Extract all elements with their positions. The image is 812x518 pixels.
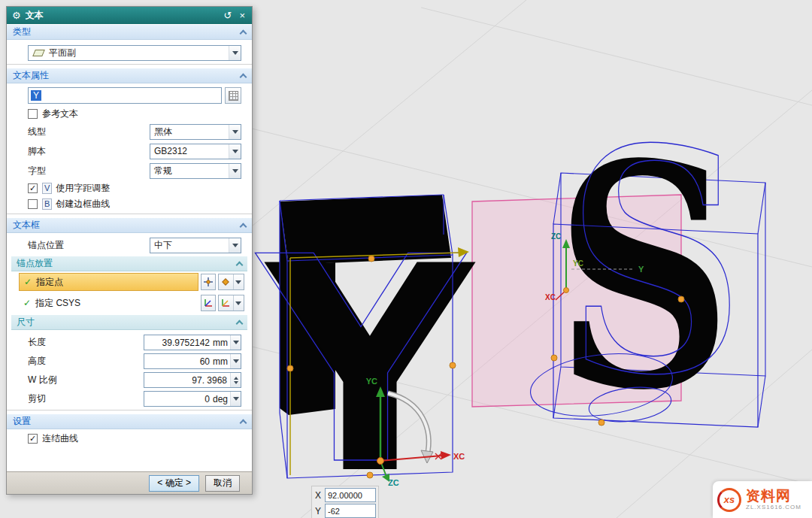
fontstyle-select-arrow[interactable]	[229, 164, 241, 178]
height-value: 60	[147, 356, 213, 367]
point-constructor-button[interactable]	[218, 274, 244, 290]
section-settings-label: 设置	[13, 415, 31, 428]
border-curves-row[interactable]: B 创建边框曲线	[7, 196, 252, 212]
close-icon[interactable]: ×	[238, 11, 247, 20]
shear-field[interactable]: 0 deg	[144, 391, 241, 407]
anchor-location-select[interactable]: 中下	[150, 238, 241, 253]
section-text-props-header[interactable]: 文本属性	[7, 68, 252, 83]
anchor-placement-header[interactable]: 锚点放置	[11, 256, 247, 271]
reference-text-checkbox[interactable]	[28, 109, 38, 119]
shear-unit-arrow[interactable]	[230, 392, 241, 406]
chevron-down-icon	[232, 130, 238, 134]
s-zc-label: ZC	[551, 232, 561, 241]
coord-y-input[interactable]: -62	[325, 504, 376, 518]
fontstyle-select[interactable]: 常规	[150, 163, 241, 179]
ok-button[interactable]: < 确定 >	[149, 475, 199, 492]
anchor-location-arrow[interactable]	[229, 238, 241, 253]
wratio-field[interactable]: 97. 3968	[144, 372, 241, 388]
spinner-down-icon	[234, 381, 238, 384]
wratio-spinner[interactable]	[230, 373, 241, 387]
specify-point-label: 指定点	[36, 276, 63, 289]
chevron-down-icon	[232, 51, 238, 55]
type-row: 平面副	[7, 43, 252, 62]
height-unit-arrow[interactable]	[230, 354, 241, 368]
type-select-arrow[interactable]	[229, 46, 241, 60]
wcs-zc-label: ZC	[388, 478, 399, 487]
join-curves-label: 连结曲线	[42, 432, 78, 445]
text-editor-button[interactable]	[225, 87, 241, 104]
height-unit: mm	[213, 356, 230, 367]
script-row: 脚本 GB2312	[7, 141, 252, 161]
join-curves-checkbox[interactable]: ✓	[28, 434, 38, 444]
length-unit: mm	[213, 338, 230, 348]
application-window: S S	[0, 0, 812, 518]
text-value-input[interactable]: Y	[28, 87, 222, 104]
text-dialog: ⚙ 文本 ↺ × 类型 平面副 文本属性	[6, 6, 253, 495]
height-field[interactable]: 60 mm	[144, 353, 241, 369]
kerning-row[interactable]: ✓ V 使用字距调整	[7, 180, 252, 196]
text-grid-icon	[229, 91, 238, 101]
watermark-logo-text: xs	[724, 494, 735, 505]
script-select[interactable]: GB2312	[150, 144, 241, 159]
border-curves-label: 创建边框曲线	[56, 198, 110, 211]
dialog-body: 类型 平面副 文本属性 Y	[7, 24, 252, 494]
s-yc-label: YC	[573, 259, 583, 268]
kerning-checkbox[interactable]: ✓	[28, 183, 38, 193]
coord-x-input[interactable]: 92.00000	[325, 488, 376, 502]
script-select-arrow[interactable]	[229, 144, 241, 159]
watermark-brand: 资料网	[746, 489, 801, 504]
type-select-value: 平面副	[49, 47, 229, 59]
size-header-label: 尺寸	[17, 316, 35, 329]
reference-text-row[interactable]: 参考文本	[7, 105, 252, 122]
chevron-down-icon	[235, 301, 241, 305]
specify-point-field[interactable]: ✓ 指定点	[19, 273, 198, 291]
linetype-label: 线型	[28, 126, 46, 138]
section-settings-header[interactable]: 设置	[7, 413, 252, 429]
border-curves-checkbox[interactable]	[28, 199, 38, 209]
linetype-select[interactable]: 黑体	[150, 124, 241, 140]
coord-x-row: X 92.00000	[314, 488, 376, 502]
length-row: 长度 39.9752142 mm	[7, 333, 252, 352]
point-constructor-arrow[interactable]	[233, 274, 242, 289]
chevron-down-icon	[233, 397, 239, 401]
text-value-row: Y	[7, 86, 252, 105]
point-dialog-icon	[203, 277, 214, 287]
length-unit-arrow[interactable]	[230, 335, 241, 350]
kerning-icon: V	[42, 183, 52, 194]
svg-text:S: S	[567, 82, 744, 442]
chevron-down-icon	[235, 280, 241, 284]
script-value: GB2312	[154, 146, 229, 156]
reset-icon[interactable]: ↺	[223, 11, 234, 20]
csys-dialog-button[interactable]	[201, 295, 216, 311]
wcs-yc-label: YC	[366, 377, 377, 386]
planar-type-icon	[32, 50, 45, 56]
length-field[interactable]: 39.9752142 mm	[144, 335, 241, 350]
size-header[interactable]: 尺寸	[11, 315, 247, 330]
specify-csys-row: ✓ 指定 CSYS	[7, 292, 252, 314]
cancel-button[interactable]: 取消	[205, 475, 240, 492]
chevron-up-icon	[240, 223, 247, 231]
chevron-down-icon	[232, 169, 238, 173]
coord-x-label: X	[314, 490, 322, 501]
linetype-select-arrow[interactable]	[229, 125, 241, 139]
dialog-titlebar[interactable]: ⚙ 文本 ↺ ×	[7, 7, 252, 24]
join-curves-row[interactable]: ✓ 连结曲线	[7, 429, 252, 447]
section-text-frame-header[interactable]: 文本框	[7, 217, 252, 233]
height-label: 高度	[28, 355, 46, 368]
specify-csys-field[interactable]: ✓ 指定 CSYS	[19, 294, 198, 312]
chevron-up-icon	[240, 30, 247, 38]
csys-dialog-icon	[203, 298, 214, 308]
divider	[7, 410, 252, 412]
coordinate-readout: X 92.00000 Y -62	[311, 486, 379, 518]
height-row: 高度 60 mm	[7, 352, 252, 371]
type-select[interactable]: 平面副	[28, 45, 241, 61]
watermark: xs 资料网 ZL.XS1616.COM	[713, 481, 812, 518]
linetype-value: 黑体	[154, 126, 229, 138]
text-value-selected: Y	[31, 90, 41, 101]
section-type-header[interactable]: 类型	[7, 24, 252, 40]
csys-constructor-button[interactable]	[218, 295, 244, 311]
point-dialog-button[interactable]	[201, 274, 216, 290]
section-text-props-label: 文本属性	[13, 69, 49, 82]
border-curves-icon: B	[42, 198, 52, 210]
csys-constructor-arrow[interactable]	[233, 295, 242, 310]
